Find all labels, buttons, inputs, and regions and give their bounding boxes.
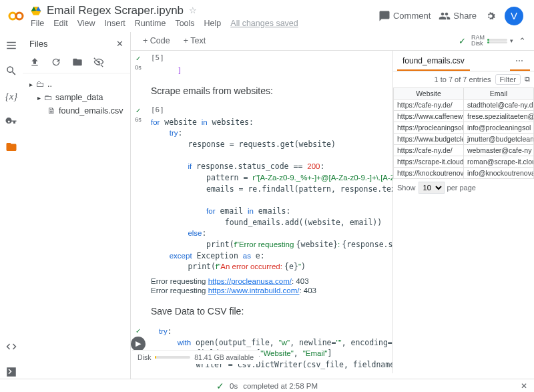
files-icon[interactable] [5,140,18,154]
variables-icon[interactable]: {x} [5,89,18,103]
entries-label: 1 to 7 of 7 entries [435,75,491,83]
tree-file-found-emails[interactable]: 🗎found_emails.csv [25,104,127,118]
page-size-select[interactable]: 10 [419,182,445,194]
save-status[interactable]: All changes saved [230,19,298,28]
drive-icon [31,5,41,16]
refresh-icon[interactable] [51,57,61,67]
table-row[interactable]: https://cafe-ny.de/stadthotel@cafe-ny.de [394,99,534,110]
close-files-icon[interactable]: ✕ [116,39,123,49]
output-link[interactable]: https://procleanusa.com/ [208,277,292,285]
files-tree: ▸🗀.. ▸🗀sample_data 🗎found_emails.csv [23,73,130,122]
files-panel-title: Files [29,39,47,49]
status-check-icon: ✓ [216,381,224,391]
table-row[interactable]: https://procleaningsolutionsusa.com/info… [394,122,534,133]
table-row[interactable]: https://www.budgetcleaningusa.com/jmutte… [394,133,534,144]
comment-icon [378,10,390,22]
mount-drive-icon[interactable] [72,57,83,67]
toc-icon[interactable] [5,39,18,52]
resource-indicator[interactable]: RAMDisk ▾ [471,35,513,47]
menu-edit[interactable]: Edit [53,19,68,28]
terminal-icon[interactable] [5,365,18,379]
svg-point-1 [16,13,23,19]
colab-logo [8,8,24,24]
app-header: Email Regex Scraper.ipynb ☆ File Edit Vi… [0,0,534,32]
notebook-title[interactable]: Email Regex Scraper.ipynb [47,4,184,17]
code-cell-6[interactable]: ✓6s [6] for website in websites: try: re… [131,104,392,298]
code-block[interactable]: for website in websites: try: response =… [146,116,392,274]
filter-button[interactable]: Filter [495,74,521,85]
menu-tools[interactable]: Tools [175,19,194,28]
collapse-up-icon[interactable]: ⌃ [519,36,526,46]
disk-footer: Disk 81.41 GB available [132,350,259,364]
menu-help[interactable]: Help [204,19,222,28]
text-cell-1[interactable]: Scrape emails from websites: [131,79,392,103]
share-icon [439,10,451,22]
search-icon[interactable] [5,64,18,77]
menu-view[interactable]: View [77,19,95,28]
star-icon[interactable]: ☆ [189,5,197,15]
tree-up[interactable]: ▸🗀.. [25,77,127,91]
table-row[interactable]: https://www.caffenewyork.de/frese.spezia… [394,110,534,122]
chevron-down-icon: ▾ [510,38,513,44]
left-rail: {x} [0,32,23,379]
upload-icon[interactable] [29,57,40,67]
text-cell-2[interactable]: Save Data to CSV file: [131,299,392,323]
table-row[interactable]: https://knockoutrenovation.com/info@knoc… [394,167,534,178]
gear-icon [485,10,497,22]
status-msg: completed at 2:58 PM [243,382,318,390]
files-panel: Files ✕ ▸🗀.. ▸🗀sample_data 🗎found_emails… [23,32,131,379]
secrets-icon[interactable] [5,115,18,128]
menu-runtime[interactable]: Runtime [135,19,166,28]
csv-tab[interactable]: found_emails.csv [397,52,470,71]
col-website[interactable]: Website [394,87,464,99]
code-block[interactable]: ] [146,63,392,77]
code-snippets-icon[interactable] [5,340,18,353]
more-icon[interactable]: ⋯ [510,52,530,71]
status-close-icon[interactable]: ✕ [521,381,527,391]
run-cell-button[interactable]: ▶ [131,337,146,351]
status-time: 0s [230,382,238,390]
output-link[interactable]: https://www.intrabuild.com/ [208,286,300,295]
notebook-toolbar: + Code + Text ✓ RAMDisk ▾ ⌃ [131,32,534,51]
add-text-button[interactable]: + Text [180,35,210,47]
menu-file[interactable]: File [31,19,44,28]
code-cell-5[interactable]: ✓0s [5] ] [131,52,392,77]
status-bar: ✓ 0s completed at 2:58 PM ✕ [0,379,534,392]
share-button[interactable]: Share [439,10,477,22]
copy-icon[interactable]: ⧉ [525,75,530,83]
menu-bar: File Edit View Insert Runtime Tools Help… [31,19,378,28]
check-icon: ✓ [459,36,466,46]
tree-folder-sample-data[interactable]: ▸🗀sample_data [25,91,127,104]
comment-button[interactable]: Comment [378,10,431,22]
disk-usage-bar [155,356,190,359]
hidden-files-icon[interactable] [93,57,104,67]
cell-output: Error requesting https://procleanusa.com… [146,274,392,298]
add-code-button[interactable]: + Code [139,35,174,47]
data-table: Website Email https://cafe-ny.de/stadtho… [393,87,534,179]
col-email[interactable]: Email [464,87,534,99]
menu-insert[interactable]: Insert [105,19,125,28]
user-avatar[interactable]: V [505,7,523,25]
table-row[interactable]: https://cafe-ny.de/webmaster@cafe-ny [394,144,534,156]
settings-button[interactable] [485,10,497,22]
table-row[interactable]: https://scrape-it.cloud/roman@scrape-it.… [394,156,534,167]
csv-preview-panel: found_emails.csv ⋯ 1 to 7 of 7 entries F… [392,51,534,373]
